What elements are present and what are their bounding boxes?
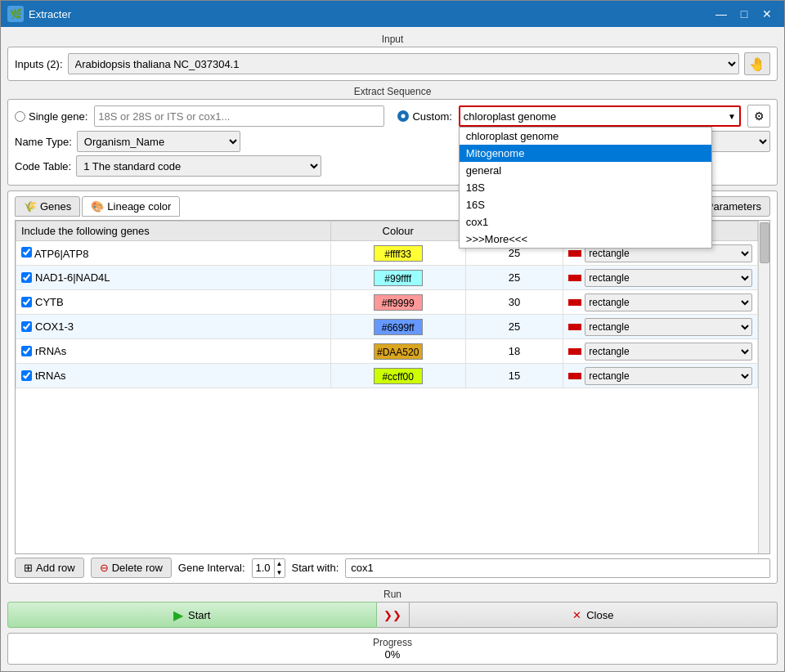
custom-radio[interactable] (397, 110, 409, 122)
row-2-color-cell[interactable]: #99ffff (330, 266, 465, 290)
input-section: Input Inputs (2): Arabidopsis thaliana N… (7, 34, 778, 81)
row-1-color-cell[interactable]: #ffff33 (330, 241, 465, 266)
row-4-color-cell[interactable]: #6699ff (330, 315, 465, 339)
custom-option: Custom: (397, 110, 451, 123)
row-6-checkbox[interactable] (21, 370, 32, 381)
window-controls: — □ ✕ (711, 6, 778, 22)
row-3-color-swatch: #ff9999 (374, 294, 423, 311)
lineage-color-tab-label: Lineage color (107, 200, 171, 213)
title-bar: 🌿 Extracter — □ ✕ (1, 1, 784, 27)
row-3-shape-select[interactable]: rectangle (585, 293, 752, 311)
name-type-field: Name Type: Organism_Name (15, 131, 240, 152)
row-4-shape-select[interactable]: rectangle (585, 318, 752, 336)
bottom-controls: ⊞ Add row ⊖ Delete row Gene Interval: 1.… (15, 558, 770, 578)
row-2-checkbox[interactable] (21, 272, 32, 283)
row-3-gene-cell: CYTB (16, 290, 331, 315)
row-6-shape-icon (568, 373, 581, 379)
lineage-color-tab[interactable]: 🎨 Lineage color (82, 196, 180, 217)
main-window: 🌿 Extracter — □ ✕ Input Inputs (2): Arab… (0, 0, 785, 672)
dropdown-item-more[interactable]: >>>More<<< (460, 231, 711, 248)
add-row-icon: ⊞ (24, 562, 33, 574)
genes-tab[interactable]: 🌾 Genes (15, 196, 80, 217)
row-3-color-cell[interactable]: #ff9999 (330, 290, 465, 315)
spinner-arrows[interactable]: ▲ ▼ (274, 559, 285, 577)
inputs-select[interactable]: Arabidopsis thaliana NC_037304.1 (68, 53, 739, 74)
row-1-gene-name: ATP6|ATP8 (34, 248, 88, 260)
start-play-icon: ▶ (173, 607, 183, 623)
dropdown-item-general[interactable]: general (460, 162, 711, 179)
delete-row-button[interactable]: ⊖ Delete row (91, 558, 172, 578)
row-3-checkbox[interactable] (21, 297, 32, 307)
input-action-button[interactable]: 🤚 (744, 52, 770, 75)
window-title: Extracter (29, 8, 711, 20)
run-buttons-row: ▶ Start ❯❯ ✕ Close (7, 602, 778, 628)
gene-interval-value: 1.0 (253, 562, 274, 574)
dropdown-item-18s[interactable]: 18S (460, 179, 711, 196)
inputs-row: Inputs (2): Arabidopsis thaliana NC_0373… (15, 52, 770, 75)
delete-row-icon: ⊖ (100, 562, 109, 574)
row-1-shape-icon (568, 250, 581, 257)
single-gene-radio[interactable] (15, 111, 25, 122)
code-table-select[interactable]: 1 The standard code (76, 155, 321, 177)
row-5-shape-select[interactable]: rectangle (585, 343, 752, 361)
code-table-field: Code Table: 1 The standard code (15, 155, 321, 177)
spinner-up[interactable]: ▲ (275, 559, 285, 568)
row-6-gene-cell: tRNAs (16, 364, 331, 388)
table-scroll-area[interactable]: Include the following genes Colour Lengt… (16, 221, 769, 553)
row-5-shape-cell: rectangle (563, 339, 758, 364)
extract-section: Extract Sequence Single gene: Custom: (7, 86, 778, 186)
lower-box: 🌾 Genes 🎨 Lineage color ITOL Da (7, 190, 778, 584)
name-type-select[interactable]: Organism_Name (77, 131, 240, 152)
add-row-button[interactable]: ⊞ Add row (15, 558, 84, 578)
row-5-color-cell[interactable]: #DAA520 (330, 339, 465, 364)
table-scrollbar[interactable] (758, 221, 769, 553)
start-with-input[interactable] (345, 558, 770, 578)
row-6-color-cell[interactable]: #ccff00 (330, 364, 465, 388)
gene-interval-spinner[interactable]: 1.0 ▲ ▼ (252, 558, 285, 578)
close-button[interactable]: ✕ Close (410, 602, 778, 628)
row-4-shape-icon (568, 324, 581, 330)
table-body: ATP6|ATP8 #ffff33 25 (16, 241, 758, 388)
inputs-label: Inputs (2): (15, 58, 63, 70)
minimize-button[interactable]: — (711, 6, 732, 22)
row-2-shape-select[interactable]: rectangle (585, 269, 752, 287)
custom-dropdown[interactable]: chloroplast genome ▼ (459, 105, 741, 127)
row-6-color-swatch: #ccff00 (374, 368, 423, 384)
row-5-gene-name: rRNAs (35, 345, 66, 357)
row-6-shape-select[interactable]: rectangle (585, 367, 752, 385)
progress-section: Progress 0% (7, 633, 778, 665)
row-2-shape-cell: rectangle (563, 266, 758, 290)
row-4-gene-cell: COX1-3 (16, 315, 331, 339)
extract-section-label: Extract Sequence (7, 86, 778, 97)
dropdown-item-cox1[interactable]: cox1 (460, 213, 711, 231)
single-gene-input[interactable] (94, 105, 384, 127)
maximize-button[interactable]: □ (733, 6, 755, 22)
spinner-down[interactable]: ▼ (275, 568, 285, 577)
row-5-checkbox[interactable] (21, 346, 32, 356)
dropdown-item-16s[interactable]: 16S (460, 196, 711, 213)
main-content: Input Inputs (2): Arabidopsis thaliana N… (1, 27, 784, 671)
gear-settings-button[interactable]: ⚙ (747, 105, 770, 128)
parameters-label: Parameters (706, 200, 761, 213)
row-4-checkbox[interactable] (21, 321, 32, 332)
genes-table-container: Include the following genes Colour Lengt… (15, 220, 770, 554)
row-3-shape-cell: rectangle (563, 290, 758, 315)
name-type-label: Name Type: (15, 136, 72, 148)
dropdown-item-mitogenome[interactable]: Mitogenome (460, 145, 711, 162)
row-5-length-cell: 18 (465, 339, 563, 364)
row-4-length-cell: 25 (465, 315, 563, 339)
arrow-dropdown-button[interactable]: ❯❯ (377, 602, 410, 628)
extract-box: Single gene: Custom: chloroplast genome … (7, 99, 778, 186)
single-gene-label: Single gene: (29, 110, 87, 123)
start-button[interactable]: ▶ Start (7, 602, 377, 628)
lineages-type-select[interactable] (705, 131, 770, 152)
dropdown-item-chloroplast[interactable]: chloroplast genome (460, 128, 711, 145)
row-2-length-cell: 25 (465, 266, 563, 290)
run-section: Run ▶ Start ❯❯ ✕ Close (7, 589, 778, 628)
row-4-shape-cell: rectangle (563, 315, 758, 339)
extract-row-1: Single gene: Custom: chloroplast genome … (15, 105, 770, 128)
delete-row-label: Delete row (112, 562, 163, 574)
row-1-checkbox[interactable] (21, 247, 32, 258)
table-row: COX1-3 #6699ff 25 (16, 315, 758, 339)
close-window-button[interactable]: ✕ (756, 6, 778, 22)
